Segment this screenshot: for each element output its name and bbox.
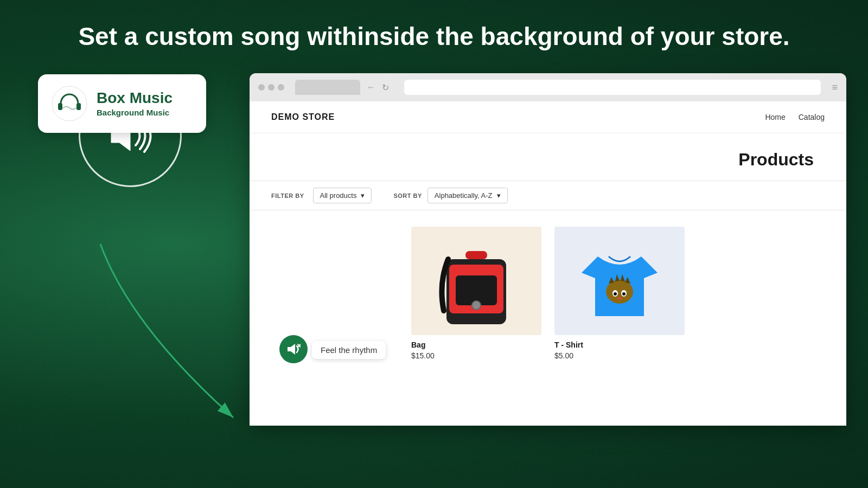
product-price-tshirt: $5.00 <box>554 351 685 360</box>
browser-nav-buttons: ← ↻ <box>367 82 389 93</box>
box-music-title: Box Music <box>97 90 173 107</box>
svg-rect-1 <box>58 103 62 110</box>
store-name: DEMO STORE <box>271 112 335 122</box>
product-card-bag[interactable]: Bag $15.00 <box>411 227 541 360</box>
product-image-tshirt <box>554 227 685 335</box>
filter-bar: FILTER BY All products ▾ SORT BY Alphabe… <box>250 181 846 210</box>
svg-point-12 <box>622 292 626 296</box>
address-bar[interactable] <box>404 80 821 95</box>
close-dot <box>258 84 265 91</box>
fullscreen-dot <box>278 84 284 91</box>
minimize-dot <box>268 84 275 91</box>
product-name-bag: Bag <box>411 341 541 349</box>
svg-point-11 <box>614 292 617 296</box>
box-music-subtitle: Background Music <box>97 108 173 117</box>
browser-active-tab <box>295 80 360 95</box>
back-button[interactable]: ← <box>367 82 375 92</box>
svg-point-7 <box>472 301 481 310</box>
page-headline: Set a custom song withinside the backgro… <box>0 0 868 68</box>
box-music-logo-icon <box>51 85 88 122</box>
filter-by-value: All products <box>320 191 357 200</box>
svg-point-8 <box>606 280 633 304</box>
filter-by-label: FILTER BY <box>271 192 304 199</box>
left-panel: Box Music Background Music <box>22 68 239 187</box>
sort-chevron-icon: ▾ <box>497 191 501 200</box>
product-price-bag: $15.00 <box>411 351 541 360</box>
sort-section: SORT BY Alphabetically, A-Z ▾ <box>393 188 507 203</box>
products-heading: Products <box>250 133 846 181</box>
nav-home[interactable]: Home <box>765 113 785 121</box>
box-music-card: Box Music Background Music <box>38 74 206 133</box>
svg-rect-5 <box>465 251 487 259</box>
browser-titlebar: ← ↻ ≡ <box>250 73 846 101</box>
product-image-bag <box>411 227 541 335</box>
store-navigation: Home Catalog <box>765 113 825 121</box>
svg-point-0 <box>52 86 87 121</box>
box-music-text: Box Music Background Music <box>97 90 173 117</box>
svg-rect-2 <box>76 103 81 110</box>
browser-menu-icon[interactable]: ≡ <box>832 82 838 93</box>
music-player-label: Feel the rhythm <box>312 341 386 359</box>
product-card-tshirt[interactable]: T - Shirt $5.00 <box>554 227 685 360</box>
browser-window-controls <box>258 84 284 91</box>
nav-catalog[interactable]: Catalog <box>799 113 825 121</box>
sort-by-label: SORT BY <box>393 192 422 199</box>
reload-button[interactable]: ↻ <box>382 82 389 93</box>
product-name-tshirt: T - Shirt <box>554 341 685 349</box>
music-player-button[interactable] <box>279 335 308 363</box>
browser-mockup: ← ↻ ≡ DEMO STORE Home Catalog Products <box>250 73 846 426</box>
sort-by-value: Alphabetically, A-Z <box>435 191 493 200</box>
sort-by-select[interactable]: Alphabetically, A-Z ▾ <box>427 188 508 203</box>
filter-by-select[interactable]: All products ▾ <box>313 188 372 203</box>
svg-point-13 <box>617 297 622 300</box>
filter-chevron-icon: ▾ <box>361 191 365 200</box>
store-header: DEMO STORE Home Catalog <box>250 101 846 133</box>
